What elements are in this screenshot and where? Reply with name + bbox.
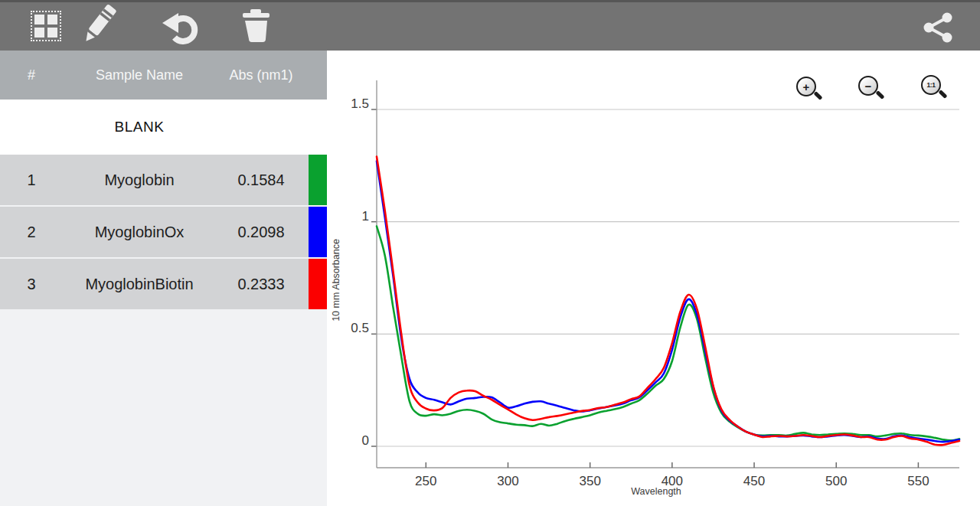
sample-name: MyoglobinOx [63, 224, 216, 241]
delete-trash-icon [236, 2, 279, 53]
table-row[interactable]: 2MyoglobinOx0.2098 [0, 207, 327, 257]
table-row[interactable]: 1Myoglobin0.1584 [0, 155, 327, 205]
svg-text:1: 1 [362, 209, 369, 224]
sample-number: 1 [0, 171, 63, 189]
table-row[interactable]: 3MyoglobinBiotin0.2333 [0, 259, 327, 309]
zoom-reset-glyph: 1:1 [927, 82, 936, 89]
results-table: # Sample Name Abs (nm1) BLANK 1Myoglobin… [0, 51, 327, 506]
sample-number: 2 [0, 224, 63, 241]
blank-label: BLANK [63, 119, 216, 135]
sample-abs-value: 0.2333 [216, 276, 306, 293]
spectra-chart[interactable]: 00.511.5250300350400450500550Wavelength1… [327, 51, 980, 506]
zoom-out-button[interactable]: − [858, 76, 878, 96]
sample-rows: 1Myoglobin0.15842MyoglobinOx0.20983Myogl… [0, 155, 327, 309]
undo-icon [159, 2, 208, 53]
grid-select-button[interactable] [11, 2, 57, 53]
undo-button[interactable] [159, 2, 208, 53]
edit-pencil-icon [80, 2, 128, 53]
col-header-sample-name: Sample Name [63, 67, 216, 83]
svg-text:300: 300 [497, 474, 518, 488]
spectrophotometer-app: # Sample Name Abs (nm1) BLANK 1Myoglobin… [0, 0, 980, 506]
sample-color-chip [309, 155, 327, 205]
zoom-out-glyph: − [865, 80, 872, 92]
svg-text:550: 550 [907, 474, 929, 488]
svg-text:500: 500 [825, 474, 847, 488]
edit-button[interactable] [80, 2, 128, 53]
sample-color-chip [309, 259, 327, 309]
svg-text:0.5: 0.5 [351, 321, 369, 335]
col-header-abs: Abs (nm1) [216, 67, 306, 83]
zoom-in-button[interactable]: + [796, 77, 816, 96]
spectrum-curve-Myoglobin [377, 227, 959, 441]
svg-text:0: 0 [362, 433, 369, 448]
svg-text:350: 350 [579, 474, 600, 488]
blank-row[interactable]: BLANK [0, 100, 327, 155]
svg-text:250: 250 [415, 474, 436, 488]
svg-text:10 mm Absorbance: 10 mm Absorbance [331, 239, 341, 322]
sample-abs-value: 0.2098 [216, 224, 306, 241]
sample-abs-value: 0.1584 [216, 171, 306, 189]
chart-panel: 00.511.5250300350400450500550Wavelength1… [327, 51, 980, 506]
table-header: # Sample Name Abs (nm1) [0, 51, 327, 100]
share-button[interactable] [915, 2, 962, 53]
col-header-number: # [0, 67, 63, 83]
zoom-reset-button[interactable]: 1:1 [921, 75, 941, 95]
svg-text:450: 450 [743, 474, 765, 488]
share-icon [915, 2, 962, 53]
spectrum-curve-MyoglobinBiotin [377, 157, 959, 446]
spectrum-curve-MyoglobinOx [377, 162, 959, 442]
sample-name: Myoglobin [63, 171, 216, 189]
sample-number: 3 [0, 276, 63, 293]
zoom-in-glyph: + [803, 81, 810, 93]
svg-text:Wavelength: Wavelength [631, 486, 681, 497]
grid-select-icon [31, 11, 61, 41]
delete-button[interactable] [236, 2, 279, 53]
svg-text:1.5: 1.5 [351, 96, 369, 111]
toolbar [0, 0, 980, 51]
sample-color-chip [309, 207, 327, 257]
sample-name: MyoglobinBiotin [63, 276, 216, 293]
